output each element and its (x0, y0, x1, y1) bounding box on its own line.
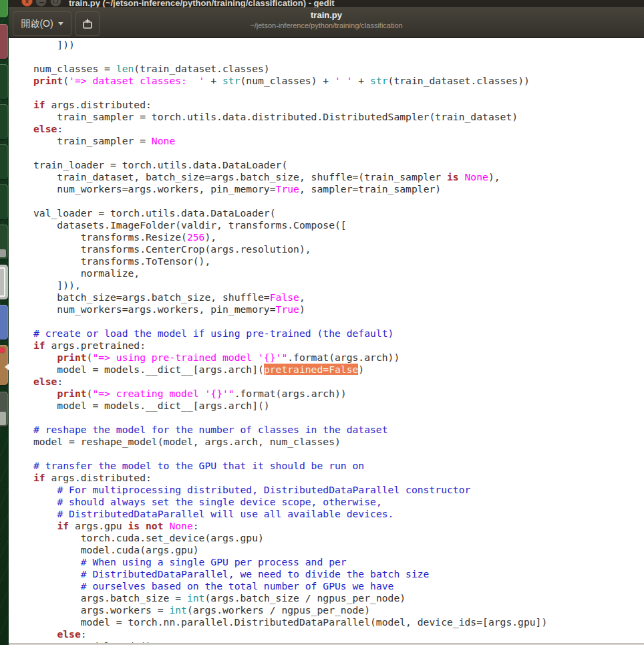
selected-text[interactable]: pretrained=False (264, 364, 358, 375)
editor-text-area[interactable]: ]))num_classes = len(train_dataset.class… (9, 39, 644, 645)
code-line: # should always set the single device sc… (33, 496, 547, 508)
code-line: if args.distributed: (33, 99, 547, 111)
code-line: # When using a single GPU per process an… (33, 556, 547, 568)
launcher-item[interactable] (0, 305, 8, 340)
code-line: if args.pretrained: (33, 340, 547, 352)
maximize-button[interactable] (50, 0, 61, 7)
close-button[interactable]: × (21, 0, 33, 7)
notification-dot (0, 348, 5, 353)
headerbar-toolbar: 開啟(O) train.py ~/jetson-inference/python… (9, 7, 644, 38)
code-line: train_sampler = None (33, 135, 547, 147)
launcher-item[interactable] (0, 104, 8, 139)
code-line: else: (33, 123, 547, 135)
code-line: model.cuda(args.gpu) (33, 544, 547, 556)
minimize-button[interactable] (35, 0, 47, 7)
launcher-item[interactable] (0, 144, 8, 179)
code-line: transforms.CenterCrop(args.resolution), (33, 243, 547, 255)
chevron-down-icon (58, 22, 63, 25)
minimize-icon (39, 2, 44, 3)
code-content: ]))num_classes = len(train_dataset.class… (33, 39, 547, 645)
code-line: # transfer the model to the GPU that it … (33, 460, 547, 472)
launcher-item[interactable] (0, 24, 8, 59)
menubar: × train.py (~/jetson-inference/python/tr… (9, 0, 644, 7)
code-line: else: (33, 376, 547, 388)
code-line: print("=> creating model '{}'".format(ar… (33, 388, 547, 400)
new-document-button[interactable] (75, 11, 100, 36)
code-line (33, 315, 547, 328)
code-line: torch.cuda.set_device(args.gpu) (33, 532, 547, 544)
launcher-item-detail (0, 267, 5, 297)
code-line: num_workers=args.workers, pin_memory=Tru… (33, 183, 547, 195)
launcher-item[interactable] (0, 184, 8, 219)
launcher-item[interactable] (0, 265, 8, 299)
window-title: train.py (~/jetson-inference/python/trai… (69, 0, 335, 7)
code-line: # create or load the model if using pre-… (33, 328, 547, 340)
code-line: args.workers = int(args.workers / ngpus_… (33, 604, 547, 616)
code-line: print("=> using pre-trained model '{}'".… (33, 352, 547, 364)
code-line (33, 448, 547, 460)
new-document-icon (81, 17, 94, 31)
gedit-window: × train.py (~/jetson-inference/python/tr… (9, 0, 644, 645)
code-line: train_loader = torch.utils.data.DataLoad… (33, 159, 547, 171)
code-line: transforms.ToTensor(), (33, 255, 547, 267)
code-line (33, 87, 547, 99)
code-line: num_classes = len(train_dataset.classes) (33, 63, 547, 75)
code-line: # DistributedDataParallel will use all a… (33, 508, 547, 520)
code-line: # ourselves based on the total number of… (33, 580, 547, 592)
code-line: model = models.__dict__[args.arch](pretr… (33, 364, 547, 376)
code-line (33, 195, 547, 207)
focused-app-arrow-icon (5, 364, 9, 370)
code-line: # reshape the model for the number of cl… (33, 424, 547, 436)
code-line: num_workers=args.workers, pin_memory=Tru… (33, 303, 547, 315)
code-line: train_sampler = torch.utils.data.distrib… (33, 111, 547, 123)
code-line: model = torch.nn.parallel.DistributedDat… (33, 616, 547, 628)
code-line: # DistributedDataParallel, we need to di… (33, 568, 547, 580)
code-line: args.batch_size = int(args.batch_size / … (33, 592, 547, 604)
code-line: batch_size=args.batch_size, shuffle=Fals… (33, 291, 547, 303)
code-line: train_dataset, batch_size=args.batch_siz… (33, 171, 547, 183)
code-line: else: (33, 628, 547, 640)
open-button[interactable]: 開啟(O) (13, 11, 71, 36)
document-title: train.py (9, 10, 644, 20)
code-line: ])), (33, 279, 547, 291)
code-line: if args.gpu is not None: (33, 520, 547, 532)
launcher-item[interactable] (0, 225, 8, 259)
code-line: ])) (33, 39, 547, 51)
code-line: val_loader = torch.utils.data.DataLoader… (33, 207, 547, 219)
code-line: model = models.__dict__[args.arch]() (33, 400, 547, 412)
code-line: if args.distributed: (33, 472, 547, 484)
code-line: # For multiprocessing distributed, Distr… (33, 484, 547, 496)
launcher-item[interactable] (0, 392, 8, 426)
unity-launcher[interactable] (0, 0, 9, 645)
code-line (33, 412, 547, 424)
code-line: print('=> dataset classes: ' + str(num_c… (33, 75, 547, 87)
code-line (33, 51, 547, 63)
code-line: transforms.Resize(256), (33, 231, 547, 243)
launcher-item-detail (0, 412, 6, 425)
open-button-label: 開啟(O) (21, 18, 53, 30)
code-line: normalize, (33, 267, 547, 279)
launcher-item-detail (0, 249, 6, 257)
launcher-item[interactable] (0, 64, 8, 99)
code-line (33, 147, 547, 159)
maximize-icon (53, 0, 58, 3)
code-line: datasets.ImageFolder(valdir, transforms.… (33, 219, 547, 231)
code-line: model = reshape_model(model, args.arch, … (33, 436, 547, 448)
launcher-item[interactable] (0, 0, 8, 17)
document-path: ~/jetson-inference/python/training/class… (9, 21, 644, 29)
